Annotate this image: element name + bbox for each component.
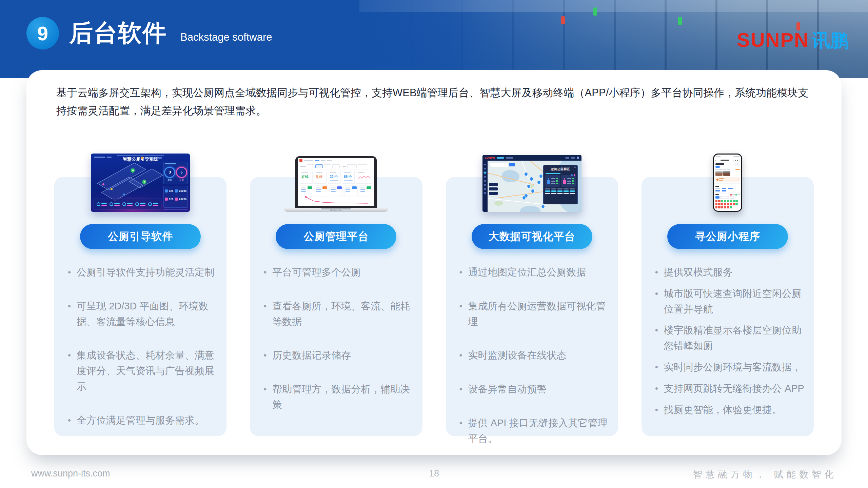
toilet-popup-panel: ✕ 运河公园厕区: [543, 165, 578, 204]
intro-paragraph: 基于云端多屏交互架构，实现公厕网点全域数据同步与可视化管控，支持WEB端管理后台…: [56, 84, 812, 120]
content-card: 基于云端多屏交互架构，实现公厕网点全域数据同步与可视化管控，支持WEB端管理后台…: [26, 70, 842, 455]
screenshot-bigdata-platform: SUNPN: [446, 153, 618, 212]
toilet-building-photo: [163, 209, 188, 210]
stat-good: 良好: [316, 175, 325, 179]
stall-free-icon: [721, 200, 724, 202]
stall-occupied-icon: [730, 203, 732, 205]
footer-slogan: 智慧融万物， 赋能数智化: [693, 468, 837, 481]
search-input: [490, 163, 508, 167]
female-label: 女厕: [179, 179, 184, 182]
person-icon: [165, 189, 168, 192]
stall-occupied-icon: [715, 200, 718, 202]
bullet-item: 历史数据记录储存: [263, 348, 413, 363]
page-title-placeholder: [721, 160, 729, 161]
trend-chart: [300, 194, 372, 205]
toilet-info-section: [714, 162, 741, 176]
bullet-item: 设备异常自动预警: [459, 382, 609, 397]
bullet-item: 帮助管理方，数据分析，辅助决策: [263, 382, 413, 413]
stall-indicator-red: [561, 16, 565, 24]
screenshot-management-platform: 在线 良好 22 个 66 个: [250, 153, 422, 212]
env-icon: [97, 202, 100, 206]
date-placeholder: [94, 157, 112, 158]
bullet-list: 公厕引导软件支持功能灵活定制 可呈现 2D/3D 平面图、环境数据、客流量等核心…: [54, 265, 226, 428]
phone-statusbar: [714, 155, 741, 158]
bullet-item: 找厕更智能，体验更便捷。: [655, 402, 805, 418]
bullet-list: 平台可管理多个公厕 查看各厕所，环境、客流、能耗等数据 历史数据记录储存 帮助管…: [250, 265, 422, 413]
person-icon: [175, 189, 178, 192]
map-area: ✕ 运河公园厕区: [488, 161, 581, 212]
bullet-item: 全方位满足管理与服务需求。: [68, 413, 218, 428]
alert-icon: [716, 179, 718, 181]
stall-free-icon: [735, 200, 738, 202]
slide: 9 后台软件 Backstage software SUNPN 讯鹏 基于云端多…: [0, 0, 868, 488]
page-title: 后台软件: [69, 17, 167, 49]
app-logo-icon: [299, 159, 302, 162]
laptop-screen: 在线 良好 22 个 66 个: [295, 156, 377, 208]
bullet-item: 平台可管理多个公厕: [263, 265, 413, 280]
guide-side-panel: 3 男厕 5 女厕 126: [163, 162, 188, 210]
stall-free-icon: [733, 200, 735, 202]
person-icon: [175, 198, 178, 201]
popup-title: 运河公园厕区: [545, 167, 576, 171]
sensor-badge: [308, 186, 312, 189]
pill-label-miniprogram: 寻公厕小程序: [667, 224, 788, 249]
bullet-item: 集成设备状态、耗材余量、满意度评分、天气资讯与广告视频展示: [68, 348, 218, 394]
bay-shape: [520, 206, 540, 212]
sparkline-card: [356, 171, 372, 184]
sparkline-chart: [358, 175, 371, 180]
floor-tabs: [714, 196, 741, 199]
bullet-list: 提供双模式服务 城市版可快速查询附近空闲公厕位置并导航 楼宇版精准显示各楼层空厕…: [642, 265, 814, 418]
bullet-item: 可呈现 2D/3D 平面图、环境数据、客流量等核心信息: [68, 299, 218, 330]
logo-text-en: SUNPN: [737, 28, 809, 51]
stall-occupied-icon: [718, 203, 721, 205]
stall-occupied-icon: [715, 206, 718, 208]
chevron-right-icon: ›: [738, 178, 739, 181]
page-number: 18: [429, 468, 439, 479]
column-bigdata-platform: SUNPN: [446, 153, 618, 436]
footer: www.sunpn-its.com 18 智慧融万物， 赋能数智化: [31, 466, 837, 480]
back-icon: ‹: [715, 159, 716, 162]
phone-navbar: ‹: [714, 158, 741, 162]
bullet-item: 通过地图定位汇总公厕数据: [459, 265, 609, 280]
device-label: MacBook Pro: [330, 209, 342, 211]
stall-occupied-icon: [715, 203, 718, 205]
bullet-item: 提供 API 接口无缝接入其它管理平台。: [459, 415, 609, 447]
sensor-badge: [352, 186, 357, 189]
stall-free-icon: [727, 200, 729, 202]
sensor-badge: [367, 186, 371, 189]
stat-online: 在线: [301, 175, 311, 179]
column-miniprogram: ‹: [642, 153, 814, 436]
stall-indicator-green: [678, 17, 682, 25]
env-icon: [122, 202, 126, 206]
stall-occupied-icon: [733, 203, 735, 205]
stall-indicator-green: [593, 7, 597, 16]
sensor-badge: [337, 186, 342, 189]
female-icon: [563, 178, 566, 184]
map-pin-icon: [529, 176, 534, 182]
toilet-name-placeholder: [715, 163, 724, 165]
filter-row: [298, 163, 374, 169]
info-links-section: [714, 184, 741, 191]
feature-columns: 智慧公厕引导系统 3: [54, 153, 814, 436]
pill-label-bigdata-platform: 大数据可视化平台: [472, 224, 592, 249]
bullet-item: 实时监测设备在线状态: [459, 348, 609, 363]
env-icon: [148, 202, 152, 206]
notice-banner: ›: [715, 177, 740, 182]
free-legend-icon: [735, 194, 737, 196]
bullet-list: 通过地图定位汇总公厕数据 集成所有公厕运营数据可视化管理 实时监测设备在线状态 …: [446, 265, 618, 447]
avatar: [577, 157, 579, 159]
sunpn-logo-text: SUNPN: [485, 156, 495, 159]
miniprogram-capsule: [733, 159, 740, 162]
stall-occupied-icon: [724, 206, 726, 208]
sensor-badge: [322, 186, 327, 189]
website-url: www.sunpn-its.com: [31, 468, 110, 479]
action-button: [734, 163, 740, 166]
passenger-flow-stats: 126 26256 126 26256: [163, 186, 188, 208]
stall-occupied-icon: [718, 206, 721, 208]
section-number-badge: 9: [26, 17, 59, 49]
column-management-platform: 在线 良好 22 个 66 个: [250, 153, 422, 436]
stall-occupancy-grid: [714, 199, 741, 209]
pill-label-management-platform: 公厕管理平台: [276, 224, 396, 249]
brand-logo: SUNPN 讯鹏: [737, 28, 848, 53]
header-band: 9 后台软件 Backstage software SUNPN 讯鹏: [0, 0, 868, 78]
